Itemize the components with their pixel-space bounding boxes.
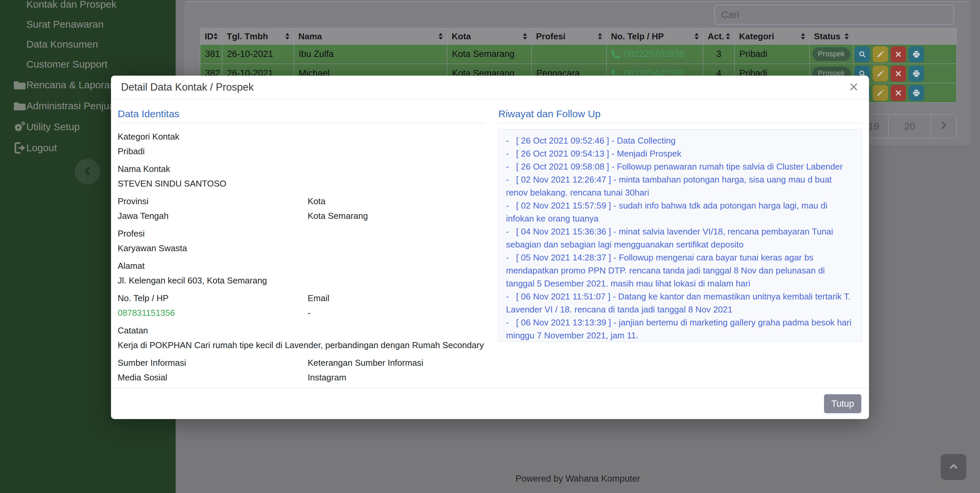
sort-icon (214, 33, 218, 40)
view-button[interactable] (855, 46, 870, 62)
sort-icon (726, 33, 730, 40)
pencil-icon (876, 69, 885, 78)
next-page-button[interactable] (931, 114, 957, 138)
field-label: Catatan (118, 323, 484, 338)
chevron-right-icon (939, 120, 949, 133)
sidebar-item-label: Kontak dan Prospek (26, 0, 116, 10)
field-group: Provinsi Kota Jawa Tengah Kota Semarang (118, 194, 484, 223)
phone-link[interactable]: 082225702638 (611, 49, 698, 59)
sort-icon (695, 33, 698, 40)
sort-icon (598, 33, 602, 40)
cell-tgl: 26-10-2021 (222, 44, 294, 64)
field-group: Nama Kontak STEVEN SINDU SANTOSO (118, 162, 484, 191)
print-button[interactable] (908, 66, 924, 82)
sidebar-item-surat-penawaran[interactable]: Surat Penawaran (0, 17, 176, 32)
field-value: Instagram (308, 370, 484, 385)
powered-by-text: Powered by Wahana Komputer (176, 474, 980, 484)
search-icon (858, 50, 867, 59)
column-header-telp[interactable]: No. Telp / HP (607, 28, 703, 44)
field-value: STEVEN SINDU SANTOSO (118, 176, 484, 191)
column-header-actions (853, 28, 957, 44)
page-button-20[interactable]: 20 (888, 114, 931, 138)
sidebar-item-data-konsumen[interactable]: Data Konsumen (0, 37, 176, 52)
sidebar-item-label: Surat Penawaran (26, 19, 103, 30)
field-value: Jawa Tengah (118, 209, 308, 223)
chevron-up-icon (948, 461, 959, 473)
sort-icon (285, 33, 290, 40)
scroll-to-top-button[interactable] (941, 454, 966, 480)
divider (118, 123, 484, 123)
print-button[interactable] (908, 46, 924, 62)
sort-icon (523, 33, 527, 40)
field-label: Sumber Informasi (118, 355, 308, 370)
printer-icon (912, 69, 921, 78)
cell-status: Prospek (810, 44, 853, 64)
sidebar-item-kontak-dan-prospek[interactable]: Kontak dan Prospek (0, 0, 176, 12)
sidebar-collapse-button[interactable] (75, 159, 100, 184)
printer-icon (912, 89, 921, 97)
column-header-tgl[interactable]: Tgl. Tmbh (222, 28, 294, 44)
edit-button[interactable] (873, 46, 888, 62)
modal-title: Detail Data Kontak / Prospek (121, 81, 254, 93)
field-value: Kota Semarang (308, 209, 484, 223)
sidebar-item-customer-support[interactable]: Customer Support (0, 57, 176, 71)
column-header-nama[interactable]: Nama (294, 28, 447, 44)
followup-entry: - [ 05 Nov 2021 14:28:37 ] - Followup me… (506, 251, 855, 290)
edit-button[interactable] (873, 85, 888, 101)
field-value: Pribadi (118, 144, 484, 159)
followup-entry: - [ 06 Nov 2021 13:13:39 ] - janjian ber… (506, 316, 855, 342)
table-header-row: ID Tgl. Tmbh Nama Kota Profesi No. Telp … (200, 28, 957, 44)
tutup-button[interactable]: Tutup (824, 394, 861, 413)
modal-footer: Tutup (111, 388, 869, 419)
pagination: 19 20 (859, 114, 957, 138)
folder-icon (12, 98, 27, 114)
column-header-kota[interactable]: Kota (447, 28, 532, 44)
column-header-id[interactable]: ID (200, 28, 222, 44)
search-input[interactable] (714, 5, 954, 25)
delete-button[interactable] (891, 46, 906, 62)
field-label: Kota (308, 194, 484, 209)
sidebar-item-label: Customer Support (26, 59, 107, 70)
delete-button[interactable] (891, 85, 906, 101)
phone-value[interactable]: 087831151356 (118, 306, 308, 320)
section-heading: Data Identitas (118, 108, 484, 120)
close-icon[interactable]: × (846, 76, 861, 98)
field-group: Kategori Kontak Pribadi (118, 129, 484, 159)
delete-button[interactable] (891, 66, 906, 82)
field-label: Keterangan Sumber Informasi (308, 355, 484, 370)
column-header-status[interactable]: Status (810, 28, 853, 44)
followup-entry: - [ 02 Nov 2021 15:57:59 ] - sudah info … (506, 199, 855, 225)
cogs-icon (12, 119, 27, 135)
field-label: Email (308, 291, 484, 306)
column-header-kategori[interactable]: Kategori (735, 28, 810, 44)
divider (498, 123, 862, 123)
cell-profesi (532, 44, 607, 64)
cell-telp: 082225702638 (607, 44, 703, 64)
identity-section: Data Identitas Kategori Kontak Pribadi N… (118, 108, 484, 388)
field-group: No. Telp / HP Email 087831151356 - (118, 291, 484, 320)
sort-icon (801, 33, 805, 40)
chevron-left-icon (82, 166, 93, 178)
column-header-act[interactable]: Act. (703, 28, 735, 44)
edit-button[interactable] (873, 66, 888, 82)
cell-kategori: Pribadi (735, 44, 810, 64)
field-value: - (308, 306, 484, 320)
cell-kota: Kota Semarang (447, 44, 532, 64)
pencil-icon (876, 50, 885, 59)
modal-body: Data Identitas Kategori Kontak Pribadi N… (111, 100, 869, 388)
print-button[interactable] (908, 85, 924, 101)
field-value: Jl. Kelengan kecil 603, Kota Semarang (118, 273, 484, 288)
column-header-profesi[interactable]: Profesi (532, 28, 607, 44)
x-icon (894, 70, 902, 78)
pencil-icon (876, 89, 885, 97)
field-label: Nama Kontak (118, 162, 484, 176)
sidebar-item-label: Logout (26, 142, 57, 154)
followup-entry: - [ 26 Oct 2021 09:52:46 ] - Data Collec… (506, 134, 855, 147)
x-icon (894, 89, 902, 97)
cell-nama: Ibu Zulfa (294, 44, 447, 64)
table-row[interactable]: 381 26-10-2021 Ibu Zulfa Kota Semarang 0… (200, 44, 957, 64)
field-value: Kerja di POKPHAN Cari rumah tipe kecil d… (118, 338, 484, 352)
followup-entry: - [ 06 Nov 2021 11:51:07 ] - Datang ke k… (506, 290, 855, 316)
field-label: Alamat (118, 258, 484, 273)
field-label: Kategori Kontak (118, 129, 484, 144)
